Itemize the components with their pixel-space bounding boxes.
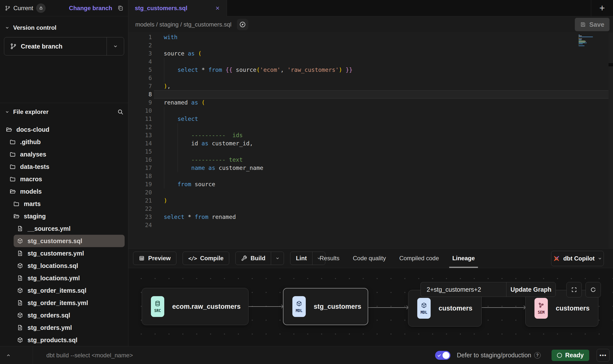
overflow-menu-button[interactable]: ••• xyxy=(597,349,610,362)
code-text xyxy=(152,148,613,156)
copilot-compass-button[interactable] xyxy=(237,19,248,30)
code-text xyxy=(152,107,613,115)
tree-item-data-tests[interactable]: data-tests xyxy=(6,160,125,173)
tree-item-analyses[interactable]: analyses xyxy=(6,148,125,160)
tree-item-stg-order-items-yml[interactable]: stg_order_items.yml xyxy=(14,297,125,309)
tab-code-quality[interactable]: Code quality xyxy=(346,249,392,268)
code-lines[interactable]: 1with23source as (45 select * from {{ so… xyxy=(128,33,613,229)
scrollbar-thumb[interactable] xyxy=(609,63,613,66)
dbt-copilot-icon xyxy=(553,255,560,262)
code-line-2[interactable]: 2 xyxy=(128,41,613,50)
code-line-22[interactable]: 22 xyxy=(128,205,613,213)
chevron-down-icon[interactable] xyxy=(5,26,9,30)
tab-compiled-code[interactable]: Compiled code xyxy=(392,249,446,268)
defer-label: Defer to staging/production xyxy=(457,352,531,359)
lineage-filter-input[interactable] xyxy=(427,286,501,293)
tree-item-stg-customers-yml[interactable]: stg_customers.yml xyxy=(14,247,125,260)
close-icon[interactable] xyxy=(215,5,220,11)
tree-item-docs-cloud[interactable]: docs-cloud xyxy=(2,123,125,136)
code-line-20[interactable]: 20 xyxy=(128,188,613,197)
code-line-1[interactable]: 1with xyxy=(128,33,613,41)
fullscreen-button[interactable] xyxy=(566,282,582,297)
code-brackets-icon: </> xyxy=(188,255,197,261)
build-button[interactable]: Build xyxy=(235,252,284,265)
tree-item-stg-orders-sql[interactable]: stg_orders.sql xyxy=(14,309,125,321)
code-line-9[interactable]: 9renamed as ( xyxy=(128,99,613,107)
chevron-down-icon[interactable] xyxy=(5,110,9,114)
tab-lineage[interactable]: Lineage xyxy=(446,249,482,268)
ide-status-badge[interactable]: Ready xyxy=(552,350,589,361)
code-text: select * from renamed xyxy=(152,213,613,221)
refresh-button[interactable] xyxy=(585,282,601,297)
code-editor[interactable]: 1with23source as (45 select * from {{ so… xyxy=(128,33,613,248)
minimap-line xyxy=(579,38,579,38)
minimap[interactable] xyxy=(579,35,594,47)
update-graph-button[interactable]: Update Graph xyxy=(506,282,556,297)
build-dropdown[interactable] xyxy=(271,252,284,265)
version-control-header: Version control xyxy=(5,23,124,33)
code-text: source as ( xyxy=(152,50,613,58)
search-icon[interactable] xyxy=(117,109,124,115)
code-line-16[interactable]: 16 ---------- text xyxy=(128,156,613,164)
code-line-21[interactable]: 21) xyxy=(128,197,613,205)
tree-item-label: marts xyxy=(24,200,41,208)
code-line-6[interactable]: 6 xyxy=(128,74,613,82)
code-line-11[interactable]: 11 select xyxy=(128,115,613,123)
tree-item-stg-locations-sql[interactable]: stg_locations.sql xyxy=(14,260,125,272)
file-icon xyxy=(17,225,23,232)
change-branch-link[interactable]: Change branch xyxy=(69,5,112,12)
tree-item-stg-orders-yml[interactable]: stg_orders.yml xyxy=(14,321,125,334)
compile-button[interactable]: </>Compile xyxy=(183,252,229,265)
tab-results[interactable]: Results xyxy=(313,249,346,268)
code-line-18[interactable]: 18 xyxy=(128,172,613,180)
line-number: 6 xyxy=(128,74,152,82)
tree-item-marts[interactable]: marts xyxy=(10,198,125,210)
copy-icon[interactable] xyxy=(117,5,124,11)
command-input[interactable] xyxy=(46,352,235,359)
result-tabs: ResultsCode qualityCompiled codeLineage xyxy=(313,249,481,268)
toggle-knob xyxy=(443,352,449,359)
lineage-node-mdl-stg-customers[interactable]: MDLstg_customers xyxy=(283,288,368,325)
code-line-5[interactable]: 5 select * from {{ source('ecom', 'raw_c… xyxy=(128,66,613,74)
minimap-line xyxy=(579,37,593,37)
tree-item-stg-order-items-sql[interactable]: stg_order_items.sql xyxy=(14,284,125,297)
tree-item-stg-locations-yml[interactable]: stg_locations.yml xyxy=(14,272,125,284)
create-branch-main[interactable]: Create branch xyxy=(4,37,107,55)
code-line-10[interactable]: 10 xyxy=(128,107,613,115)
tree-item-stg-customers-sql[interactable]: stg_customers.sql xyxy=(14,235,125,247)
save-button[interactable]: Save xyxy=(575,18,610,31)
create-branch-dropdown[interactable] xyxy=(107,37,124,55)
tree-item--sources-yml[interactable]: __sources.yml xyxy=(14,222,125,235)
tree-item--github[interactable]: .github xyxy=(6,136,125,148)
code-line-14[interactable]: 14 id as customer_id, xyxy=(128,139,613,148)
new-tab-button[interactable]: + xyxy=(591,0,613,16)
tree-item-stg-products-sql[interactable]: stg_products.sql xyxy=(14,334,125,346)
defer-toggle[interactable] xyxy=(435,351,450,360)
tree-item-staging[interactable]: staging xyxy=(10,210,125,222)
code-line-13[interactable]: 13 ---------- ids xyxy=(128,131,613,139)
tab-stg-customers-sql[interactable]: stg_customers.sql xyxy=(128,0,227,16)
git-branch-icon xyxy=(10,43,17,50)
code-line-19[interactable]: 19 from source xyxy=(128,180,613,188)
tree-item-macros[interactable]: macros xyxy=(6,173,125,185)
code-line-8[interactable]: 8 xyxy=(128,90,613,99)
code-line-12[interactable]: 12 xyxy=(128,123,613,131)
main-panel: stg_customers.sql + models / staging / s… xyxy=(128,0,613,346)
tree-item-models[interactable]: models xyxy=(6,185,125,198)
dbt-copilot-button[interactable]: dbt Copilot xyxy=(551,251,604,266)
code-line-15[interactable]: 15 xyxy=(128,148,613,156)
lineage-node-src-ecom-raw-customers[interactable]: SRCecom.raw_customers xyxy=(142,288,249,325)
create-branch-button[interactable]: Create branch xyxy=(4,37,124,55)
command-panel-expand[interactable] xyxy=(0,346,33,364)
lineage-filter[interactable] xyxy=(420,282,506,297)
help-icon[interactable]: ? xyxy=(534,352,541,359)
code-line-17[interactable]: 17 name as customer_name xyxy=(128,164,613,172)
preview-button[interactable]: Preview xyxy=(133,252,176,265)
line-number: 22 xyxy=(128,205,152,213)
editor-scrollbar[interactable] xyxy=(609,33,613,248)
code-line-4[interactable]: 4 xyxy=(128,58,613,66)
code-line-24[interactable]: 24 xyxy=(128,221,613,229)
code-line-7[interactable]: 7), xyxy=(128,82,613,90)
code-line-3[interactable]: 3source as ( xyxy=(128,50,613,58)
code-line-23[interactable]: 23select * from renamed xyxy=(128,213,613,221)
